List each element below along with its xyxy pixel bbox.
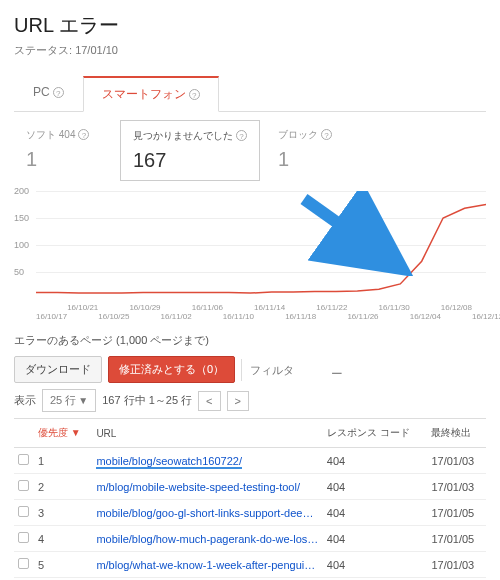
- x-tick: 16/10/21: [67, 303, 98, 321]
- toolbar: ダウンロード 修正済みとする（0） ⚊ 表示 25 行▼ 167 行中 1～25…: [14, 356, 486, 412]
- x-tick: 16/11/14: [254, 303, 285, 321]
- row-checkbox[interactable]: [18, 558, 29, 569]
- y-tick: 100: [14, 240, 29, 250]
- col-response-code[interactable]: レスポンス コード: [323, 419, 428, 448]
- row-checkbox[interactable]: [18, 480, 29, 491]
- col-last-detected[interactable]: 最終検出: [427, 419, 486, 448]
- error-type-cards: ソフト 404? 1 見つかりませんでした? 167 ブロック? 1: [14, 120, 486, 181]
- status-line: ステータス: 17/01/10: [14, 43, 486, 58]
- x-tick: 16/11/22: [316, 303, 347, 321]
- table-row[interactable]: 4mobile/blog/how-much-pagerank-do-we-los…: [14, 526, 486, 552]
- card-blocked[interactable]: ブロック? 1: [266, 120, 366, 181]
- download-button[interactable]: ダウンロード: [14, 356, 102, 383]
- x-tick: 16/11/02: [161, 303, 192, 321]
- x-tick: 16/10/29: [129, 303, 160, 321]
- rows-per-page[interactable]: 25 行▼: [42, 389, 96, 412]
- table-row[interactable]: 5m/blog/what-we-know-1-week-after-pengui…: [14, 552, 486, 578]
- row-checkbox[interactable]: [18, 532, 29, 543]
- col-priority[interactable]: 優先度 ▼: [34, 419, 92, 448]
- tab-smartphone[interactable]: スマートフォン?: [83, 76, 219, 112]
- x-tick: 16/12/04: [410, 303, 441, 321]
- prev-page-button[interactable]: <: [198, 391, 220, 411]
- x-tick: 16/11/26: [347, 303, 378, 321]
- card-soft-404[interactable]: ソフト 404? 1: [14, 120, 114, 181]
- error-trend-chart: 50100150200 16/10/1716/10/21 16/10/2516/…: [14, 191, 486, 321]
- table-row[interactable]: 2m/blog/mobile-website-speed-testing-too…: [14, 474, 486, 500]
- card-not-found[interactable]: 見つかりませんでした? 167: [120, 120, 260, 181]
- page-title: URL エラー: [14, 12, 486, 39]
- mark-fixed-button[interactable]: 修正済みとする（0）: [108, 356, 235, 383]
- row-checkbox[interactable]: [18, 454, 29, 465]
- x-tick: 16/11/30: [379, 303, 410, 321]
- next-page-button[interactable]: >: [227, 391, 249, 411]
- table-row[interactable]: 3mobile/blog/goo-gl-short-links-support-…: [14, 500, 486, 526]
- x-tick: 16/11/06: [192, 303, 223, 321]
- x-tick: 16/11/18: [285, 303, 316, 321]
- filter-input[interactable]: [241, 359, 321, 381]
- filter-icon[interactable]: ⚊: [327, 362, 347, 377]
- error-table: 優先度 ▼ URL レスポンス コード 最終検出 1mobile/blog/se…: [14, 418, 486, 580]
- help-icon[interactable]: ?: [236, 130, 247, 141]
- help-icon[interactable]: ?: [189, 89, 200, 100]
- sort-down-icon: ▼: [71, 427, 81, 438]
- y-tick: 150: [14, 213, 29, 223]
- x-tick: 16/11/10: [223, 303, 254, 321]
- y-tick: 200: [14, 186, 29, 196]
- x-tick: 16/10/17: [36, 303, 67, 321]
- device-tabs: PC? スマートフォン?: [14, 76, 486, 112]
- help-icon[interactable]: ?: [53, 87, 64, 98]
- pager: 表示 25 行▼ 167 行中 1～25 行 < >: [14, 389, 249, 412]
- x-tick: 16/10/25: [98, 303, 129, 321]
- x-tick: 16/12/08: [441, 303, 472, 321]
- row-checkbox[interactable]: [18, 506, 29, 517]
- help-icon[interactable]: ?: [321, 129, 332, 140]
- tab-pc[interactable]: PC?: [14, 76, 83, 112]
- table-row[interactable]: 1mobile/blog/seowatch160722/40417/01/03: [14, 448, 486, 474]
- y-tick: 50: [14, 267, 24, 277]
- x-tick: 16/12/12: [472, 303, 500, 321]
- col-url[interactable]: URL: [92, 419, 322, 448]
- section-label: エラーのあるページ (1,000 ページまで): [14, 333, 486, 348]
- help-icon[interactable]: ?: [78, 129, 89, 140]
